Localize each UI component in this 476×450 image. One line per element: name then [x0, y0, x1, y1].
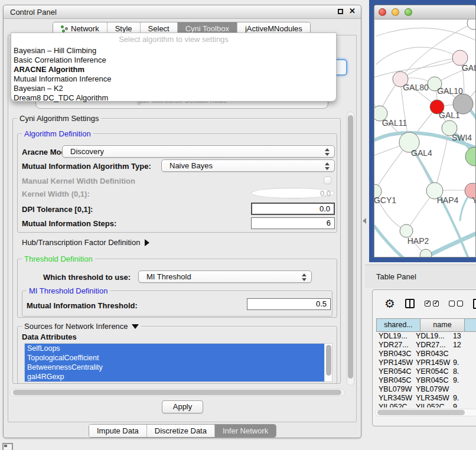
- network-edge[interactable]: [374, 226, 403, 257]
- settings-vscroll-thumb[interactable]: [348, 115, 353, 379]
- node-label: HAP4: [437, 195, 459, 205]
- table-hscroll-thumb[interactable]: [377, 410, 465, 415]
- node-label: GAL1: [439, 110, 460, 120]
- close-traffic-light-icon[interactable]: [379, 8, 386, 16]
- mode-tab-infer-network[interactable]: Infer Network: [214, 425, 276, 437]
- table-cell: YDR27...: [376, 341, 413, 350]
- table-cell: 12: [451, 341, 476, 350]
- which-threshold-combo[interactable]: MI Threshold: [138, 270, 312, 283]
- close-icon[interactable]: [349, 6, 356, 15]
- column-header[interactable]: name: [420, 318, 465, 332]
- data-attribute-item[interactable]: SelfLoops: [25, 344, 332, 353]
- network-canvas[interactable]: GALGAL80GAL10GAL1GAL11SWI4GAL4GCY1HAP4YH…: [374, 19, 476, 257]
- tab-label: Style: [115, 24, 132, 33]
- select-all-icon[interactable]: [425, 301, 439, 306]
- hub-tf-disclosure[interactable]: Hub/Transcription Factor Definition: [22, 238, 149, 247]
- node-label: GAL80: [403, 83, 429, 92]
- mode-tab-impute-data[interactable]: Impute Data: [89, 425, 146, 437]
- manual-kernel-checkbox[interactable]: [324, 177, 331, 184]
- deselect-all-icon[interactable]: [449, 301, 463, 306]
- network-view-window: GALGAL80GAL10GAL1GAL11SWI4GAL4GCY1HAP4YH…: [374, 5, 476, 257]
- splitter-collapse-icon[interactable]: [363, 218, 366, 224]
- table-row[interactable]: YLR345WYLR345W9.: [376, 394, 476, 403]
- attr-list-scrollbar[interactable]: [324, 344, 332, 381]
- apply-button[interactable]: Apply: [162, 400, 203, 413]
- manual-kernel-label: Manual Kernel Width Definition: [22, 177, 135, 185]
- sources-disclosure[interactable]: Sources for Network Inference: [22, 322, 141, 331]
- table-row[interactable]: YDR27...YDR27...12: [376, 341, 476, 350]
- kernel-width-field[interactable]: 0.0: [251, 188, 335, 198]
- network-tab-icon: [61, 25, 68, 32]
- algorithm-option[interactable]: Basic Correlation Inference: [11, 56, 336, 65]
- table-cell: YBR045C: [376, 376, 413, 385]
- data-attribute-item[interactable]: BetweennessCentrality: [25, 363, 332, 372]
- data-attribute-item[interactable]: gal4RGexp: [25, 372, 332, 381]
- network-edge[interactable]: [376, 47, 460, 64]
- data-attributes-label: Data Attributes: [22, 332, 77, 341]
- network-node[interactable]: [420, 249, 432, 257]
- document-icon[interactable]: [473, 299, 476, 309]
- table-row[interactable]: YPR145WYPR145W9.: [376, 358, 476, 367]
- table-header-row: shared...name: [376, 318, 476, 332]
- network-window-titlebar[interactable]: [374, 5, 475, 19]
- table-panel-title: Table Panel: [376, 272, 416, 281]
- table-row[interactable]: YBL079WYBL079W: [376, 385, 476, 394]
- dpi-tolerance-field[interactable]: 0.0: [251, 203, 335, 215]
- table-cell: 9.: [451, 358, 476, 367]
- settings-hscroll-thumb[interactable]: [13, 390, 341, 395]
- node-label: GAL10: [437, 86, 463, 96]
- network-node[interactable]: [400, 224, 413, 237]
- table-row[interactable]: YDL19...YDL19...13: [376, 332, 476, 341]
- unchecked-box-icon: [449, 301, 455, 306]
- float-panel-icon[interactable]: [338, 9, 343, 14]
- cyni-algorithm-settings-title: Cyni Algorithm Settings: [17, 114, 101, 123]
- mi-threshold-group-title: MI Threshold Definition: [27, 286, 110, 295]
- settings-gear-icon[interactable]: [384, 298, 395, 310]
- table-row[interactable]: YER054CYER054C8.: [376, 367, 476, 376]
- mi-type-label: Mutual Information Algorithm Type:: [22, 162, 151, 171]
- data-attribute-item[interactable]: TopologicalCoefficient: [25, 353, 332, 363]
- algorithm-option[interactable]: Bayesian – K2: [11, 84, 336, 93]
- mi-threshold-field[interactable]: 0.5: [247, 298, 331, 310]
- network-node[interactable]: [465, 147, 476, 166]
- table-row[interactable]: YBR043CYBR043C: [376, 350, 476, 358]
- algorithm-option[interactable]: Dream8 DC_TDC Algorithm: [11, 93, 336, 103]
- table-row[interactable]: YBR045CYBR045C9.: [376, 376, 476, 385]
- settings-horizontal-scrollbar[interactable]: [10, 389, 345, 396]
- control-panel-titlebar[interactable]: Control Panel: [4, 5, 361, 19]
- minimize-traffic-light-icon[interactable]: [392, 8, 399, 16]
- table-cell: YDL19...: [376, 332, 413, 341]
- sources-title: Sources for Network Inference: [24, 322, 128, 331]
- column-header[interactable]: shared...: [376, 318, 420, 332]
- checked-box-icon: [425, 301, 431, 306]
- network-node[interactable]: [467, 19, 476, 30]
- stepper-arrows-icon: [302, 273, 307, 281]
- algorithm-option[interactable]: Bayesian – Hill Climbing: [11, 46, 336, 56]
- column-header[interactable]: [465, 318, 476, 332]
- mode-tab-discretize-data[interactable]: Discretize Data: [146, 425, 214, 437]
- algorithm-option-list: Bayesian – Hill ClimbingBasic Correlatio…: [11, 46, 336, 103]
- table-horizontal-scrollbar[interactable]: [375, 409, 476, 416]
- network-edge[interactable]: [376, 28, 476, 41]
- data-attributes-list[interactable]: SelfLoopsTopologicalCoefficientBetweenne…: [24, 343, 332, 382]
- aracne-mode-combo[interactable]: Discovery: [62, 145, 335, 158]
- stepper-arrows-icon: [325, 162, 330, 170]
- mi-type-combo[interactable]: Naive Bayes: [161, 159, 335, 172]
- algorithm-option[interactable]: Mutual Information Inference: [11, 74, 336, 84]
- settings-vertical-scrollbar[interactable]: [347, 112, 354, 386]
- attr-scrollbar-thumb[interactable]: [326, 345, 331, 376]
- split-columns-icon[interactable]: [405, 299, 415, 308]
- network-edge[interactable]: [374, 58, 460, 77]
- mi-steps-field[interactable]: 6: [251, 217, 335, 229]
- algorithm-option[interactable]: ARACNE Algorithm: [11, 65, 336, 74]
- mi-threshold-label: Mutual Information Threshold:: [27, 301, 138, 310]
- tab-label: Discretize Data: [155, 426, 207, 435]
- table-cell: YPR145W: [376, 358, 413, 367]
- table-cell: YBL079W: [376, 385, 413, 394]
- zoom-traffic-light-icon[interactable]: [405, 8, 412, 16]
- table-cell: YPR145W: [413, 358, 451, 367]
- minimized-panel-icon[interactable]: [2, 443, 13, 450]
- tab-label: Select: [148, 24, 169, 33]
- table-rows: YDL19...YDL19...13YDR27...YDR27...12YBR0…: [376, 332, 476, 407]
- table-row[interactable]: YIL052CYIL052C9.: [376, 403, 476, 407]
